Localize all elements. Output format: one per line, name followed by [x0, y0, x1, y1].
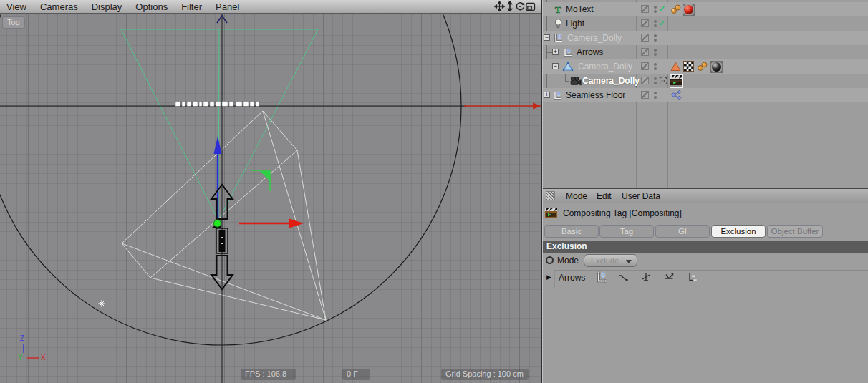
floor-circle — [0, 14, 461, 345]
null-object-icon[interactable]: 0 — [552, 89, 564, 101]
editor-visibility-dot[interactable] — [654, 49, 657, 52]
mode-dropdown[interactable]: Exclude — [584, 254, 637, 267]
rotate-icon[interactable] — [515, 1, 525, 11]
camera-icon[interactable] — [569, 75, 581, 87]
object-manager: T MoText ✓ Light ✓ − 0 — [543, 0, 868, 188]
menu-filter[interactable]: Filter — [181, 1, 202, 12]
tab-basic[interactable]: Basic — [544, 225, 599, 238]
expand-expander[interactable]: + — [552, 49, 559, 55]
viewport-canvas[interactable]: Z Y X Top FPS : 106.8 0 F Grid Spacing :… — [0, 14, 542, 383]
om-row-camera-dolly-rig[interactable]: − Camera_Dolly — [543, 59, 868, 74]
tab-object-buffer[interactable]: Object Buffer — [767, 225, 823, 238]
layer-square[interactable] — [641, 48, 649, 56]
editor-visibility-dot[interactable] — [654, 63, 657, 66]
am-menu-mode[interactable]: Mode — [566, 191, 587, 201]
compositing-tag-selected[interactable] — [670, 74, 683, 88]
object-name[interactable]: Camera_Dolly — [578, 62, 632, 72]
list-expander-arrow[interactable]: ▶ — [546, 273, 551, 281]
exclusion-section-header[interactable]: Exclusion — [543, 241, 868, 253]
object-name[interactable]: MoText — [566, 4, 594, 14]
tab-exclusion[interactable]: Exclusion — [711, 225, 766, 238]
mode-radio-icon[interactable] — [546, 256, 554, 264]
object-name[interactable]: Light — [566, 19, 584, 29]
compositing-tag-icon — [545, 208, 557, 220]
render-visibility-dot[interactable] — [654, 67, 657, 70]
collapse-expander[interactable]: − — [552, 63, 559, 69]
pan-icon[interactable] — [494, 1, 505, 11]
layer-square[interactable] — [641, 34, 649, 42]
viewport-panel: View Cameras Display Options Filter Pane… — [0, 0, 542, 383]
exclusion-item-arrows[interactable]: Arrows — [559, 273, 585, 283]
material-tag-red[interactable] — [683, 4, 695, 18]
null-object-icon[interactable]: 0 — [562, 47, 574, 58]
enable-checkmark[interactable]: ✓ — [659, 19, 665, 28]
layer-square[interactable] — [641, 91, 649, 99]
exclusion-toggle-hierarchy-2-icon[interactable] — [640, 271, 652, 283]
viewport-scene: Z Y X — [0, 14, 542, 383]
xpresso-tag[interactable] — [671, 89, 682, 102]
om-row-arrows[interactable]: + 0 Arrows — [543, 45, 868, 59]
render-visibility-dot[interactable] — [654, 96, 657, 99]
am-menu-user-data[interactable]: User Data — [622, 191, 660, 201]
render-visibility-dot[interactable] — [654, 24, 657, 27]
om-row-light[interactable]: Light ✓ — [543, 16, 868, 31]
editor-visibility-dot[interactable] — [654, 20, 657, 23]
enable-checkmark[interactable]: ✓ — [659, 4, 665, 14]
mograph-cache-tag[interactable] — [697, 61, 708, 74]
composite-checker-tag[interactable] — [683, 61, 694, 72]
rig-triangle-icon[interactable] — [562, 61, 574, 72]
toggle-layout-icon[interactable] — [526, 2, 536, 11]
material-tag-black[interactable] — [710, 61, 723, 75]
am-menu-edit[interactable]: Edit — [597, 191, 612, 201]
tab-tag[interactable]: Tag — [599, 225, 654, 238]
om-row-camera-dolly-camera[interactable]: Camera_Dolly — [543, 74, 868, 88]
exclusion-toggle-hierarchy-3-icon[interactable] — [663, 271, 675, 283]
menu-options[interactable]: Options — [135, 1, 168, 12]
expand-expander[interactable]: + — [544, 92, 550, 98]
menu-cameras[interactable]: Cameras — [40, 1, 78, 12]
om-row-camera-dolly-null[interactable]: − 0 Camera_Dolly — [543, 31, 868, 45]
object-name[interactable]: Camera_Dolly — [582, 76, 640, 86]
editor-visibility-dot[interactable] — [654, 6, 657, 9]
world-x-axis-arrow — [464, 103, 541, 110]
editor-visibility-dot[interactable] — [654, 92, 657, 94]
zoom-icon[interactable] — [506, 1, 514, 11]
editor-visibility-dot[interactable] — [654, 77, 657, 80]
view-label[interactable]: Top — [2, 16, 25, 29]
axis-handle-z[interactable] — [214, 136, 222, 222]
light-icon[interactable] — [553, 18, 564, 29]
exclusion-item-null-icon[interactable]: 0 — [595, 271, 609, 284]
origin-handle[interactable] — [214, 220, 221, 227]
layer-square[interactable] — [641, 62, 649, 70]
om-row-seamless-floor[interactable]: + 0 Seamless Floor — [543, 88, 868, 102]
render-visibility-dot[interactable] — [654, 39, 657, 42]
axis-handle-x[interactable] — [239, 219, 304, 228]
motext-object[interactable] — [175, 102, 259, 107]
exclusion-toggle-hierarchy-1-icon[interactable] — [617, 271, 629, 283]
menu-display[interactable]: Display — [92, 1, 122, 12]
object-name[interactable]: Arrows — [577, 47, 603, 57]
menu-view[interactable]: View — [6, 1, 26, 12]
menu-panel[interactable]: Panel — [216, 1, 239, 12]
layer-square[interactable] — [641, 5, 649, 13]
svg-text:0: 0 — [602, 271, 606, 279]
render-visibility-dot[interactable] — [654, 82, 657, 84]
render-visibility-dot[interactable] — [654, 10, 657, 13]
grip-handle-icon[interactable] — [546, 191, 555, 200]
focus-brackets-icon — [659, 77, 667, 87]
layer-square[interactable] — [641, 77, 649, 84]
tab-gi[interactable]: GI — [655, 225, 710, 238]
render-visibility-dot[interactable] — [654, 53, 657, 56]
layer-square[interactable] — [641, 19, 649, 27]
phong-tag[interactable] — [670, 61, 682, 74]
viewport-menubar: View Cameras Display Options Filter Pane… — [0, 0, 542, 14]
object-name[interactable]: Camera_Dolly — [567, 33, 622, 43]
om-row-motext[interactable]: T MoText ✓ — [543, 2, 868, 16]
editor-visibility-dot[interactable] — [654, 34, 657, 37]
collapse-expander[interactable]: − — [544, 34, 550, 41]
mograph-cache-tag[interactable] — [670, 4, 682, 17]
object-name[interactable]: Seamless Floor — [566, 90, 625, 100]
null-object-icon[interactable]: 0 — [553, 32, 564, 44]
motext-icon[interactable]: T — [553, 4, 564, 15]
exclusion-toggle-hierarchy-4-icon[interactable] — [686, 271, 698, 283]
